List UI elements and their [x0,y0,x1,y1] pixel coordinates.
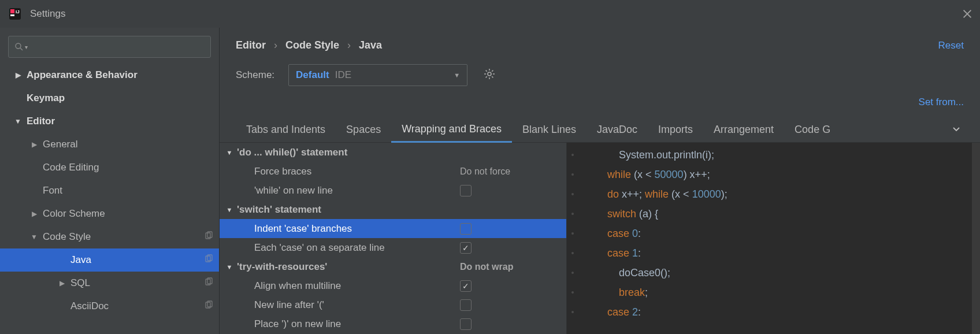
option-label: Each 'case' on a separate line [254,242,460,254]
tab-spaces[interactable]: Spaces [336,119,391,142]
chevron-down-icon: ▼ [30,233,38,241]
chevron-down-icon: ▼ [14,117,22,125]
svg-rect-1 [10,9,14,13]
sidebar-item-java[interactable]: Java [0,248,219,272]
options-list: ▼'do ... while()' statementForce bracesD… [220,143,566,334]
option-place-on-new-line[interactable]: Place ')' on new line [220,314,566,333]
option-checkbox[interactable] [460,223,472,235]
sidebar-item-label: Color Scheme [43,208,105,220]
reset-link[interactable]: Reset [938,40,964,51]
sidebar-item-editor[interactable]: ▼Editor [0,110,219,133]
search-field[interactable] [31,42,205,52]
option-label: Align when multiline [254,280,460,292]
settings-content: Editor › Code Style › Java Reset Scheme:… [220,28,980,334]
sidebar-item-label: Appearance & Behavior [27,69,138,81]
option-label: 'switch' statement [237,204,460,216]
sidebar-item-code-editing[interactable]: Code Editing [0,156,219,179]
sidebar-item-font[interactable]: Font [0,179,219,202]
option-new-line-after-[interactable]: New line after '(' [220,295,566,314]
sidebar-item-general[interactable]: ▶General [0,133,219,156]
option-each-case-on-a-separate-line[interactable]: Each 'case' on a separate line [220,238,566,257]
chevron-right-icon: ▶ [14,71,22,79]
code-preview: System.out.println(i); while (x < 50000)… [566,143,980,334]
option--try-with-resources-[interactable]: ▼'try-with-resources'Do not wrap [220,257,566,276]
option--switch-statement[interactable]: ▼'switch' statement [220,200,566,219]
app-icon: IJ [8,7,22,21]
chevron-right-icon: ▶ [30,210,38,218]
breadcrumb-codestyle[interactable]: Code Style [285,39,339,51]
tab-javadoc[interactable]: JavaDoc [586,119,648,142]
chevron-down-icon: ▼ [225,264,233,270]
sidebar-item-label: Font [43,185,62,196]
option-label: 'do ... while()' statement [237,147,460,158]
option-checkbox[interactable] [460,280,472,292]
window-title: Settings [30,8,65,20]
set-from-link[interactable]: Set from... [919,97,964,107]
copy-icon [204,231,213,243]
breadcrumb: Editor › Code Style › Java Reset [220,28,980,51]
chevron-right-icon: ▶ [58,279,66,287]
titlebar: IJ Settings [0,0,980,28]
scheme-tag: IDE [335,69,351,81]
breadcrumb-editor[interactable]: Editor [236,39,266,51]
chevron-down-icon: ▾ [25,44,28,50]
code-style-tabs: Tabs and IndentsSpacesWrapping and Brace… [220,108,980,143]
svg-text:IJ: IJ [16,9,20,14]
sidebar-item-label: SQL [70,277,90,289]
svg-rect-2 [10,14,14,16]
close-icon[interactable] [963,9,972,18]
option-checkbox[interactable] [460,299,472,311]
settings-sidebar: ▾ ▶Appearance & BehaviorKeymap▼Editor▶Ge… [0,28,220,334]
option-label: Force braces [254,166,460,177]
option-indent-case-branches[interactable]: Indent 'case' branches [220,219,566,238]
tab-code-g[interactable]: Code G [784,119,841,142]
tab-wrapping-and-braces[interactable]: Wrapping and Braces [391,118,512,143]
tab-tabs-and-indents[interactable]: Tabs and Indents [236,119,336,142]
option--do-while-statement[interactable]: ▼'do ... while()' statement [220,143,566,162]
preview-scrollbar[interactable] [972,143,980,334]
scheme-select[interactable]: Default IDE ▼ [288,64,467,86]
option-force-braces[interactable]: Force bracesDo not force [220,162,566,181]
gear-icon[interactable] [484,68,495,83]
option-align-when-multiline[interactable]: Align when multiline [220,276,566,295]
tab-blank-lines[interactable]: Blank Lines [512,119,586,142]
sidebar-item-label: AsciiDoc [70,300,109,312]
svg-line-20 [492,76,493,77]
sidebar-item-label: Code Style [43,231,91,243]
option-value-text[interactable]: Do not force [460,166,558,177]
svg-point-14 [488,72,491,76]
option-checkbox[interactable] [460,318,472,330]
svg-line-22 [492,70,493,71]
scheme-label: Scheme: [236,69,274,81]
option-label: Place ')' on new line [254,318,460,330]
search-input[interactable]: ▾ [8,36,211,58]
sidebar-item-label: Keymap [27,92,65,104]
tabs-overflow-icon[interactable] [949,119,964,142]
sidebar-item-sql[interactable]: ▶SQL [0,272,219,295]
settings-tree: ▶Appearance & BehaviorKeymap▼Editor▶Gene… [0,64,219,334]
sidebar-item-code-style[interactable]: ▼Code Style [0,225,219,248]
option-label: 'while' on new line [254,185,460,196]
chevron-down-icon: ▼ [225,206,233,213]
sidebar-item-appearance-behavior[interactable]: ▶Appearance & Behavior [0,64,219,87]
option-label: Indent 'case' branches [254,223,460,235]
copy-icon [204,254,213,266]
sidebar-item-label: General [43,139,77,150]
search-icon [14,42,24,51]
option--while-on-new-line[interactable]: 'while' on new line [220,181,566,200]
sidebar-item-color-scheme[interactable]: ▶Color Scheme [0,202,219,225]
option-value-text[interactable]: Do not wrap [460,262,558,272]
sidebar-item-asciidoc[interactable]: AsciiDoc [0,295,219,318]
svg-line-19 [486,70,487,71]
sidebar-item-keymap[interactable]: Keymap [0,87,219,110]
chevron-down-icon: ▼ [225,149,233,156]
tab-imports[interactable]: Imports [648,119,703,142]
chevron-down-icon: ▼ [454,72,460,79]
option-checkbox[interactable] [460,185,472,196]
tab-arrangement[interactable]: Arrangement [703,119,784,142]
copy-icon [204,277,213,290]
sidebar-item-label: Editor [27,116,55,127]
option-label: 'try-with-resources' [237,261,460,273]
option-checkbox[interactable] [460,242,472,254]
svg-point-4 [16,43,21,49]
